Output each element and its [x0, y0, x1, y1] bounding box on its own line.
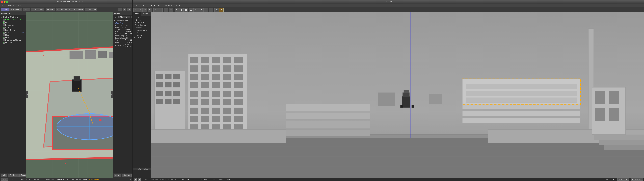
rviz-measure-btn[interactable]: Measure	[46, 8, 55, 11]
gz-tree-physics[interactable]: Physics	[133, 26, 151, 29]
map-check[interactable]: ✓	[3, 34, 5, 36]
rviz-close-btn[interactable]	[1, 1, 3, 3]
pose-check[interactable]: ✓	[3, 37, 5, 39]
axes-check[interactable]: ✓	[3, 27, 5, 29]
gazebo-tree-panel: World Insert Layers Gui Scene Sphe	[133, 13, 151, 178]
rviz-reset-btn[interactable]: Reset	[1, 178, 8, 181]
rviz-add-btn[interactable]: Add	[1, 173, 8, 177]
rviz-remove-btn[interactable]: Remove	[20, 173, 26, 177]
rviz-views-type-select[interactable]: Orbit (rviz)	[118, 16, 130, 19]
svg-rect-112	[462, 104, 580, 109]
path-check[interactable]: ✓	[3, 32, 5, 34]
gz-step-btn[interactable]: ⏭	[138, 178, 140, 181]
gz-plane-btn[interactable]: ▬	[193, 8, 198, 12]
rviz-display-map[interactable]: ✓ Map	[0, 34, 26, 36]
gz-align-btn[interactable]: ⊟	[158, 8, 162, 12]
gz-tree-spherical[interactable]: Spherical Coordinates	[133, 22, 151, 26]
gz-realtime-factor: Real Time Factor: 0.18	[150, 178, 169, 180]
gz-sphere-btn[interactable]: ●	[179, 8, 184, 12]
gz-point-light-btn[interactable]: ✦	[199, 8, 204, 12]
rviz-menu-file[interactable]: File	[1, 4, 6, 7]
lights-arrow: ▶	[134, 37, 135, 38]
gz-tree-wind[interactable]: Wind	[133, 31, 151, 34]
gazebo-viewport[interactable]	[151, 13, 644, 178]
rviz-menu-help[interactable]: Help	[16, 4, 23, 7]
rviz-fps: 31fps	[126, 178, 131, 180]
rviz-zero-btn[interactable]: Zero	[131, 16, 132, 18]
gz-menu-edit[interactable]: Edit	[140, 4, 146, 7]
rviz-duplicate-btn[interactable]: Duplicate	[8, 173, 19, 177]
grid-check[interactable]: ✓	[3, 22, 5, 24]
rviz-display-laserscan[interactable]: ✓ LaserScan	[0, 29, 26, 31]
gz-cone-btn[interactable]: ▲	[189, 8, 193, 12]
gz-snap-btn[interactable]: ⊞	[154, 8, 158, 12]
rviz-displays-list[interactable]: ▼ Global Options ✓ Global Status: OK ✓ G…	[0, 15, 26, 172]
gz-cylinder-btn[interactable]: ⬤	[184, 8, 188, 12]
gz-record-btn[interactable]: ⏺	[219, 8, 224, 12]
polygon-check[interactable]: ✓	[3, 42, 5, 44]
rviz-publish-btn[interactable]: Publish Point	[85, 8, 97, 11]
rviz-interact-btn[interactable]: Interact	[1, 8, 9, 11]
rviz-display-pose[interactable]: ✓ Pose	[0, 36, 26, 39]
rviz-zoom-out-btn[interactable]: −	[122, 8, 126, 11]
rviz-viewport[interactable]: ◀ ▶	[26, 12, 113, 178]
rviz-min-btn[interactable]	[4, 1, 6, 3]
rviz-move-camera-btn[interactable]: Move Camera	[9, 8, 22, 11]
rviz-display-axes[interactable]: ✓ Axes	[0, 26, 26, 29]
gz-screenshot-btn[interactable]: 📷	[214, 8, 219, 12]
rviz-save-view-btn[interactable]: Save	[114, 173, 121, 177]
svg-rect-79	[201, 82, 209, 88]
svg-rect-119	[412, 105, 414, 108]
gz-reset-world-btn[interactable]: Reset World	[631, 178, 643, 181]
gz-undo-btn[interactable]: ↩	[164, 8, 168, 12]
gz-redo-btn[interactable]: ↪	[169, 8, 173, 12]
rviz-select-btn[interactable]: Select	[23, 8, 30, 11]
svg-rect-54	[165, 82, 172, 87]
rviz-display-path[interactable]: ✓ Path Path	[0, 31, 26, 34]
gz-tree-atmosphere[interactable]: Atmosphere	[133, 29, 151, 31]
rviz-settings-btn[interactable]: ⚙	[127, 8, 131, 11]
gz-world-tab[interactable]: World	[133, 13, 141, 16]
gz-tree-lights[interactable]: ▶ Lights	[133, 36, 151, 39]
robotmodel-check[interactable]: ✓	[3, 24, 5, 26]
gz-menu-help[interactable]: Help	[174, 4, 181, 7]
gz-tree-gui[interactable]: Gui	[133, 17, 151, 19]
rviz-wall-time: Wall Time: 1644848109.91	[46, 178, 69, 180]
rviz-display-polygon[interactable]: ✓ Polygon	[0, 41, 26, 44]
rviz-focus-camera-btn[interactable]: Focus Camera	[30, 8, 44, 11]
gz-menu-file[interactable]: File	[134, 4, 139, 7]
gz-translate-btn[interactable]: ✛	[138, 8, 142, 12]
svg-rect-64	[201, 57, 209, 63]
gz-menu-window[interactable]: Window	[164, 4, 174, 7]
gz-insert-tab[interactable]: Insert	[141, 13, 150, 16]
svg-rect-117	[404, 90, 408, 93]
gz-scale-btn[interactable]: ⤡	[148, 8, 152, 12]
gz-dir-light-btn[interactable]: ☀	[204, 8, 208, 12]
rviz-2d-pose-btn[interactable]: 2D Pose Estimate	[56, 8, 72, 11]
rviz-2d-nav-btn[interactable]: 2D Nav Goal	[72, 8, 84, 11]
gz-cursor-btn[interactable]: ⬆	[134, 8, 138, 12]
svg-rect-55	[173, 82, 180, 87]
rviz-display-interactivemark[interactable]: ✓ InteractiveMark...	[0, 39, 26, 41]
gz-menu-camera[interactable]: Camera	[146, 4, 156, 7]
gz-rotate-btn[interactable]: ↻	[143, 8, 147, 12]
rviz-right-collapse[interactable]: ▶	[111, 91, 113, 98]
gz-tree-scene[interactable]: Scene	[133, 19, 151, 22]
laserscan-check[interactable]: ✓	[3, 29, 5, 31]
interactivemark-check[interactable]: ✓	[3, 39, 5, 41]
gz-reset-time-btn[interactable]: Reset Time	[617, 178, 629, 181]
gz-pause-btn[interactable]: ⏸	[134, 178, 136, 181]
rviz-remove-view-btn[interactable]: Remove	[122, 173, 132, 177]
rviz-display-robotmodel[interactable]: ✓ RobotModel	[0, 24, 26, 26]
gz-box-btn[interactable]: ▪	[174, 8, 179, 12]
svg-rect-69	[201, 66, 209, 72]
rviz-left-collapse[interactable]: ◀	[26, 91, 28, 98]
rviz-global-options[interactable]: ▼ Global Options	[0, 16, 26, 19]
rviz-zoom-in-btn[interactable]: +	[118, 8, 122, 11]
gz-spot-light-btn[interactable]: ⊙	[209, 8, 213, 12]
gz-menu-view[interactable]: View	[156, 4, 164, 7]
rviz-display-grid[interactable]: ✓ Grid	[0, 21, 26, 24]
gz-tree-models[interactable]: ▶ Models	[133, 34, 151, 36]
rviz-menu-panels[interactable]: Panels	[7, 4, 15, 7]
rviz-max-btn[interactable]	[6, 1, 8, 3]
